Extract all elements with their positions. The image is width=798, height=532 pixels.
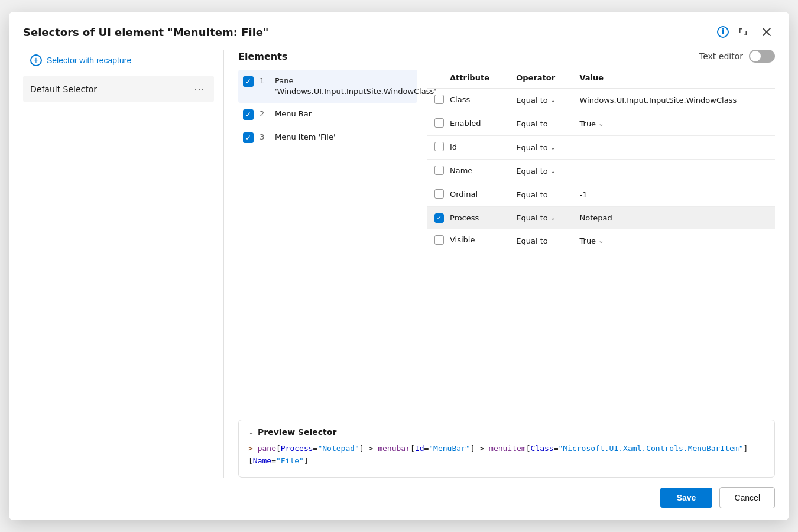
attr-cell: Visible xyxy=(427,229,509,252)
chevron-down-icon: ⌄ xyxy=(550,214,556,222)
preview-header[interactable]: ⌄ Preview Selector xyxy=(248,427,765,437)
default-selector-item[interactable]: Default Selector ⋯ xyxy=(23,76,214,102)
name-operator-select[interactable]: Equal to ⌄ xyxy=(516,167,556,176)
value-cell: Windows.UI.Input.InputSite.WindowClass xyxy=(573,89,776,112)
id-checkbox[interactable] xyxy=(434,142,444,151)
code-str-notepad: "Notepad" xyxy=(317,444,359,453)
code-sym-1: > xyxy=(248,444,258,453)
operator-cell: Equal to ⌄ xyxy=(509,207,572,229)
element-1-name: Pane 'Windows.UI.Input.InputSite.WindowC… xyxy=(275,76,436,97)
selector-item-label: Default Selector xyxy=(30,85,97,94)
text-editor-toggle-switch[interactable] xyxy=(749,50,775,63)
table-row: Ordinal Equal to -1 xyxy=(427,183,775,207)
code-plain-7: [ xyxy=(248,456,253,465)
table-row: Enabled Equal to True ⌄ xyxy=(427,112,775,136)
enabled-checkbox[interactable] xyxy=(434,118,444,128)
add-selector-label: Selector with recapture xyxy=(47,56,131,65)
info-icon[interactable]: i xyxy=(717,26,729,38)
operator-cell: Equal to xyxy=(509,183,572,207)
dialog-footer: Save Cancel xyxy=(9,478,789,520)
attr-cell: Name xyxy=(427,160,509,183)
cancel-button[interactable]: Cancel xyxy=(719,487,775,508)
value-cell xyxy=(573,160,776,183)
elements-title: Elements xyxy=(238,51,287,62)
code-elem-pane: pane xyxy=(258,444,276,453)
visible-checkbox[interactable] xyxy=(434,235,444,245)
element-2-checkbox[interactable]: ✓ xyxy=(243,109,254,120)
enabled-value[interactable]: True ⌄ xyxy=(580,119,604,128)
value-cell: Notepad xyxy=(573,207,776,229)
visible-value[interactable]: True ⌄ xyxy=(580,236,604,245)
enabled-operator-select[interactable]: Equal to xyxy=(516,119,547,128)
add-selector-plus-icon: + xyxy=(30,54,42,66)
code-plain-6: ] xyxy=(744,444,748,453)
text-editor-label: Text editor xyxy=(699,51,743,61)
visible-operator-select[interactable]: Equal to xyxy=(516,236,547,245)
elements-column: ✓ 1 Pane 'Windows.UI.Input.InputSite.Win… xyxy=(238,70,427,410)
chevron-down-icon: ⌄ xyxy=(550,144,556,151)
table-row: Process Equal to ⌄ Notepad xyxy=(427,207,775,229)
attr-cell: Ordinal xyxy=(427,183,509,207)
code-plain-1: [ xyxy=(276,444,281,453)
attr-cell: Id xyxy=(427,136,509,160)
save-button[interactable]: Save xyxy=(660,488,713,508)
process-checkbox[interactable] xyxy=(434,213,444,223)
code-str-menubar: "MenuBar" xyxy=(429,444,470,453)
element-2-number: 2 xyxy=(259,109,269,118)
name-checkbox[interactable] xyxy=(434,166,444,175)
code-attr-name: Name xyxy=(253,456,271,465)
element-2-name: Menu Bar xyxy=(275,109,312,119)
code-plain-2: ] > xyxy=(359,444,378,453)
operator-cell: Equal to xyxy=(509,112,572,136)
toggle-knob xyxy=(750,51,761,61)
preview-title: Preview Selector xyxy=(258,427,336,437)
ordinal-operator-select[interactable]: Equal to xyxy=(516,190,547,199)
expand-icon[interactable] xyxy=(735,24,751,40)
preview-chevron-icon: ⌄ xyxy=(248,428,254,436)
attributes-column: Attribute Operator Value xyxy=(427,70,775,410)
code-plain-4: ] > xyxy=(471,444,489,453)
code-str-file: "File" xyxy=(276,456,304,465)
preview-section: ⌄ Preview Selector > pane[Process="Notep… xyxy=(238,420,775,478)
element-item-3[interactable]: ✓ 3 Menu Item 'File' xyxy=(238,126,417,149)
value-col-header: Value xyxy=(573,70,776,89)
code-elem-menuitem: menuitem xyxy=(489,444,526,453)
code-plain-8: ] xyxy=(304,456,309,465)
add-selector-button[interactable]: + Selector with recapture xyxy=(23,50,214,71)
header-actions xyxy=(735,24,775,40)
element-item-1[interactable]: ✓ 1 Pane 'Windows.UI.Input.InputSite.Win… xyxy=(238,70,417,103)
right-panel: Elements Text editor ✓ 1 xyxy=(224,50,775,478)
left-panel: + Selector with recapture Default Select… xyxy=(23,50,224,478)
operator-cell: Equal to ⌄ xyxy=(509,89,572,112)
code-attr-process: Process xyxy=(281,444,313,453)
operator-col-header: Operator xyxy=(509,70,572,89)
element-3-checkbox[interactable]: ✓ xyxy=(243,132,254,143)
id-operator-select[interactable]: Equal to ⌄ xyxy=(516,143,556,152)
chevron-down-icon: ⌄ xyxy=(598,237,604,245)
attr-cell: Class xyxy=(427,89,509,112)
element-item-2[interactable]: ✓ 2 Menu Bar xyxy=(238,103,417,126)
code-elem-menubar: menubar xyxy=(378,444,410,453)
table-row: Id Equal to ⌄ xyxy=(427,136,775,160)
element-1-number: 1 xyxy=(259,76,269,85)
right-panel-header: Elements Text editor xyxy=(238,50,775,70)
process-operator-select[interactable]: Equal to ⌄ xyxy=(516,213,556,222)
operator-cell: Equal to ⌄ xyxy=(509,136,572,160)
text-editor-toggle-area: Text editor xyxy=(699,50,775,63)
class-checkbox[interactable] xyxy=(434,95,444,104)
table-row: Class Equal to ⌄ Windows.UI.Input.InputS… xyxy=(427,89,775,112)
table-row: Visible Equal to True ⌄ xyxy=(427,229,775,252)
code-str-class: "Microsoft.UI.Xaml.Controls.MenuBarItem" xyxy=(558,444,743,453)
chevron-down-icon: ⌄ xyxy=(550,167,556,175)
close-icon[interactable] xyxy=(758,24,775,40)
value-cell xyxy=(573,136,776,160)
element-1-checkbox[interactable]: ✓ xyxy=(243,76,254,87)
code-attr-class: Class xyxy=(531,444,554,453)
selector-item-menu-icon[interactable]: ⋯ xyxy=(192,82,207,96)
operator-cell: Equal to ⌄ xyxy=(509,160,572,183)
ordinal-checkbox[interactable] xyxy=(434,189,444,199)
element-3-number: 3 xyxy=(259,132,269,141)
code-eq-4: = xyxy=(271,456,276,465)
class-operator-select[interactable]: Equal to ⌄ xyxy=(516,96,556,105)
element-3-name: Menu Item 'File' xyxy=(275,132,335,142)
